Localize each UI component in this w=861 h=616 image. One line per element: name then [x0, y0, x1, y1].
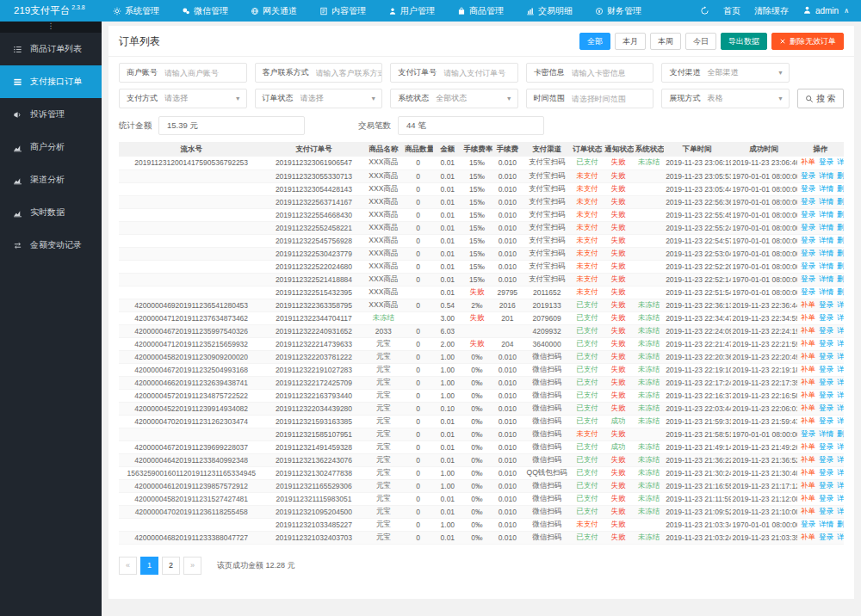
op-link[interactable]: 补单 — [801, 403, 815, 412]
op-link[interactable]: 登录 — [819, 339, 833, 348]
op-link[interactable]: 补单 — [801, 352, 815, 360]
op-link[interactable]: 详情 — [837, 365, 844, 373]
op-link[interactable]: 补单 — [801, 442, 815, 451]
nav-item[interactable]: 用户管理 — [377, 0, 446, 22]
op-link[interactable]: 补单 — [801, 326, 815, 335]
op-link[interactable]: 补单 — [801, 300, 815, 309]
sidebar-item[interactable]: 商户分析 — [0, 131, 102, 163]
op-link[interactable]: 详情 — [819, 236, 833, 244]
op-link[interactable]: 详情 — [819, 429, 833, 438]
filter-text-input[interactable] — [572, 95, 653, 103]
op-link[interactable]: 补单 — [801, 391, 815, 399]
op-link[interactable]: 登录 — [819, 352, 833, 360]
op-link[interactable]: 删除 — [837, 429, 844, 438]
sidebar-item[interactable]: 金额变动记录 — [0, 229, 102, 262]
nav-item[interactable]: 财务管理 — [584, 0, 653, 22]
range-button[interactable]: 本月 — [615, 33, 646, 50]
filter-select[interactable]: 支付方式请选择▼ — [119, 89, 247, 108]
op-link[interactable]: 详情 — [819, 223, 833, 231]
op-link[interactable]: 登录 — [819, 481, 833, 490]
op-link[interactable]: 详情 — [819, 274, 833, 283]
op-link[interactable]: 详情 — [837, 533, 844, 541]
op-link[interactable]: 补单 — [801, 416, 815, 425]
filter-text-input[interactable] — [164, 69, 246, 77]
op-link[interactable]: 详情 — [819, 184, 833, 193]
next-page-button[interactable]: » — [183, 557, 201, 575]
op-link[interactable]: 详情 — [819, 262, 833, 270]
op-link[interactable]: 详情 — [837, 507, 844, 515]
range-button[interactable]: 全部 — [579, 33, 610, 50]
sidebar-collapse-toggle[interactable]: ⋮ — [0, 22, 102, 33]
op-link[interactable]: 登录 — [819, 365, 833, 373]
sidebar-item[interactable]: 支付接口订单 — [0, 65, 102, 98]
nav-item[interactable]: 交易明细 — [515, 0, 584, 22]
filter-select[interactable]: 支付渠道全部渠道▼ — [661, 63, 790, 83]
op-link[interactable]: 登录 — [801, 287, 815, 296]
op-link[interactable]: 详情 — [837, 313, 844, 322]
delete-invalid-button[interactable]: 删除无效订单 — [771, 33, 844, 50]
op-link[interactable]: 删除 — [837, 236, 844, 244]
op-link[interactable]: 登录 — [819, 468, 833, 477]
op-link[interactable]: 补单 — [801, 313, 815, 322]
range-button[interactable]: 本周 — [650, 33, 681, 50]
op-link[interactable]: 补单 — [801, 378, 815, 386]
op-link[interactable]: 删除 — [837, 171, 844, 180]
filter-input[interactable]: 客户联系方式 — [255, 63, 383, 83]
sidebar-item[interactable]: 商品订单列表 — [0, 33, 102, 65]
op-link[interactable]: 登录 — [819, 533, 833, 541]
user-menu[interactable]: admin ∧ — [802, 5, 849, 16]
op-link[interactable]: 详情 — [837, 481, 844, 490]
search-button[interactable]: 搜 索 — [797, 89, 844, 108]
op-link[interactable]: 详情 — [837, 442, 844, 451]
op-link[interactable]: 详情 — [837, 391, 844, 399]
op-link[interactable]: 补单 — [801, 494, 815, 502]
op-link[interactable]: 登录 — [801, 262, 815, 270]
sidebar-item[interactable]: 渠道分析 — [0, 163, 102, 196]
op-link[interactable]: 登录 — [819, 507, 833, 515]
op-link[interactable]: 删除 — [837, 210, 844, 219]
clear-cache-link[interactable]: 清除缓存 — [754, 5, 789, 17]
op-link[interactable]: 删除 — [837, 287, 844, 296]
filter-text-input[interactable] — [572, 69, 653, 77]
nav-item[interactable]: 系统管理 — [102, 0, 170, 22]
filter-text-input[interactable] — [443, 69, 517, 77]
nav-item[interactable]: 内容管理 — [308, 0, 377, 22]
op-link[interactable]: 登录 — [819, 403, 833, 412]
op-link[interactable]: 删除 — [837, 197, 844, 206]
nav-item[interactable]: 微信管理 — [170, 0, 239, 22]
op-link[interactable]: 登录 — [801, 520, 815, 528]
op-link[interactable]: 详情 — [837, 468, 844, 477]
filter-input[interactable]: 商户账号 — [119, 63, 247, 83]
op-link[interactable]: 登录 — [819, 157, 833, 166]
sidebar-item[interactable]: 投诉管理 — [0, 98, 102, 131]
op-link[interactable]: 登录 — [819, 391, 833, 399]
op-link[interactable]: 登录 — [801, 171, 815, 180]
home-link[interactable]: 首页 — [723, 5, 740, 17]
op-link[interactable]: 登录 — [801, 249, 815, 257]
filter-select[interactable]: 订单状态请选择▼ — [255, 89, 383, 108]
page-button[interactable]: 1 — [140, 557, 158, 575]
op-link[interactable]: 删除 — [837, 520, 844, 528]
op-link[interactable]: 登录 — [819, 442, 833, 451]
op-link[interactable]: 详情 — [837, 416, 844, 425]
op-link[interactable]: 补单 — [801, 365, 815, 373]
refresh-button[interactable] — [700, 6, 709, 15]
op-link[interactable]: 详情 — [837, 378, 844, 386]
op-link[interactable]: 补单 — [801, 481, 815, 490]
op-link[interactable]: 补单 — [801, 339, 815, 348]
op-link[interactable]: 补单 — [801, 157, 815, 166]
filter-input[interactable]: 卡密信息 — [526, 63, 654, 83]
op-link[interactable]: 详情 — [837, 494, 844, 502]
page-button[interactable]: 2 — [162, 557, 180, 575]
filter-select[interactable]: 展现方式表格▼ — [661, 89, 790, 108]
op-link[interactable]: 删除 — [837, 184, 844, 193]
op-link[interactable]: 详情 — [837, 403, 844, 412]
range-button[interactable]: 今日 — [685, 33, 716, 50]
op-link[interactable]: 详情 — [837, 339, 844, 348]
sidebar-item[interactable]: 实时数据 — [0, 196, 102, 229]
op-link[interactable]: 登录 — [819, 300, 833, 309]
op-link[interactable]: 详情 — [819, 287, 833, 296]
op-link[interactable]: 登录 — [819, 326, 833, 335]
op-link[interactable]: 删除 — [837, 262, 844, 270]
filter-text-input[interactable] — [316, 69, 382, 77]
